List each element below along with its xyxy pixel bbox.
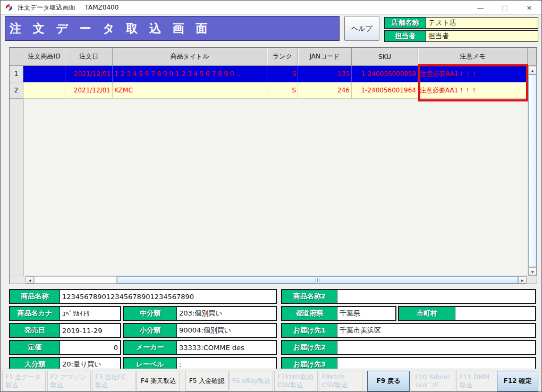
maker-label: メーカー [124, 341, 177, 354]
col-header-memo[interactable]: 注意メモ [418, 48, 528, 66]
order-grid: 注文商品ID 注文日 商品タイトル ランク JANコード SKU 注意メモ 1 … [9, 47, 537, 284]
f4-rakuten-import-button[interactable]: F4 楽天取込 [137, 371, 180, 391]
product-name-field-row: 商品名称 123456789012345678901234567890 [9, 289, 277, 304]
grid-corner-cell [10, 48, 23, 66]
small-class-label: 小分類 [124, 324, 177, 337]
address2-value[interactable] [337, 341, 535, 354]
f3-own-ec-import-button: F3 自社EC 取込 [92, 371, 136, 391]
button-label: CSV取込 [277, 381, 303, 389]
store-name-label: 店舗名称 [385, 18, 426, 28]
order-data-import-window: { "window": { "title": "注文データ取込画面", "cod… [0, 0, 542, 392]
col-header-rank[interactable]: ランク [267, 48, 298, 66]
small-class-field-row: 小分類 90004:個別買い [123, 323, 277, 338]
horizontal-scrollbar-thumb[interactable] [117, 276, 518, 284]
product-kana-field-row: 商品名カナ ｺﾍﾞﾂｶｲﾄﾘ [9, 306, 121, 321]
product-name2-value[interactable] [337, 290, 535, 303]
button-label: F8ﾔﾌｵｸ! [322, 373, 345, 381]
address1-field-row: お届け先1 千葉市美浜区 [281, 323, 536, 338]
product-kana-value[interactable]: ｺﾍﾞﾂｶｲﾄﾘ [60, 307, 120, 320]
product-kana-label: 商品名カナ [10, 307, 60, 320]
f6-ebay-import-button: F6 eBay取込 [230, 371, 273, 391]
cell-sku[interactable]: 1-240056000858 [352, 66, 418, 82]
grid-header-row: 注文商品ID 注文日 商品タイトル ランク JANコード SKU 注意メモ [10, 48, 537, 66]
col-header-order-id[interactable]: 注文商品ID [23, 48, 65, 66]
f10-yahoo-shopping-button: F10 Yahoo! ｼｮｯﾋﾟﾝｸﾞ [412, 371, 454, 391]
button-label: F2 アマゾン [50, 373, 86, 381]
cell-memo[interactable]: 注意必要AA1！！！ [418, 66, 528, 82]
button-label: F5 入金確認 [189, 377, 224, 385]
row-number[interactable]: 2 [10, 82, 23, 99]
scroll-up-icon[interactable]: ▲ [528, 66, 537, 74]
release-date-value[interactable]: 2019-11-29 [60, 324, 120, 337]
help-button[interactable]: ヘルプ [344, 16, 379, 41]
row-number[interactable]: 1 [10, 66, 23, 82]
city-field-row: 市町村 [398, 306, 536, 321]
staff-field[interactable]: 担当者 [426, 31, 538, 41]
prefecture-label: 都道府県 [282, 307, 337, 320]
button-label: 取込 [95, 381, 108, 389]
city-value[interactable] [455, 307, 535, 320]
f9-back-button[interactable]: F9 戻る [367, 371, 410, 391]
cell-order-id[interactable] [23, 82, 65, 99]
vertical-scrollbar[interactable]: ▲ ▼ [528, 66, 537, 276]
prefecture-value[interactable]: 千葉県 [337, 307, 395, 320]
product-name2-field-row: 商品名称2 [281, 289, 536, 304]
list-price-field-row: 定価 0 [9, 340, 121, 355]
release-date-field-row: 発売日 2019-11-29 [9, 323, 121, 338]
maker-field-row: メーカー 33333:COMME des [123, 340, 277, 355]
table-row[interactable]: 2 2021/12/01 KZMC S 246 1-240056001964 注… [10, 82, 528, 99]
mid-class-value[interactable]: 203:個別買い [177, 307, 276, 320]
button-label: 取込 [50, 381, 63, 389]
table-row[interactable]: 1 2021/12/01 1 2 3 4 5 6 7 8 9 0 1 2 3 4… [10, 66, 528, 82]
cell-rank[interactable]: S [267, 82, 298, 99]
maker-value[interactable]: 33333:COMME des [177, 341, 276, 354]
cell-product-title[interactable]: KZMC [113, 82, 267, 99]
col-header-jan-code[interactable]: JANコード [298, 48, 352, 66]
window-title: 注文データ取込画面 [18, 3, 75, 12]
button-label: F9 戻る [376, 377, 400, 385]
f12-confirm-button[interactable]: F12 確定 [497, 371, 538, 391]
vertical-scrollbar-thumb[interactable] [528, 74, 537, 267]
scroll-right-icon[interactable]: ▶ [518, 276, 527, 284]
col-header-order-date[interactable]: 注文日 [65, 48, 113, 66]
cell-order-date[interactable]: 2021/12/01 [65, 66, 113, 82]
city-label: 市町村 [399, 307, 455, 320]
cell-jan-code[interactable]: 135 [298, 66, 352, 82]
cell-order-id[interactable] [23, 66, 65, 82]
button-label: ｼｮｯﾋﾟﾝｸﾞ [415, 381, 441, 389]
staff-row: 担当者 担当者 [384, 30, 538, 42]
button-label: F3 自社EC [95, 373, 126, 381]
scroll-down-icon[interactable]: ▼ [528, 267, 537, 276]
close-button[interactable]: × [517, 1, 541, 14]
address1-value[interactable]: 千葉市美浜区 [337, 324, 535, 337]
scroll-left-icon[interactable]: ◀ [26, 276, 34, 284]
cell-product-title[interactable]: 1 2 3 4 5 6 7 8 9 0 1 2 3 4 5 6 7 8 9 0 … [113, 66, 267, 82]
cell-order-date[interactable]: 2021/12/01 [65, 82, 113, 99]
product-name2-label: 商品名称2 [282, 290, 337, 303]
function-key-bar: F1 全データ 取込 F2 アマゾン 取込 F3 自社EC 取込 F4 楽天取込… [1, 369, 542, 392]
cell-sku[interactable]: 1-240056001964 [352, 82, 418, 99]
small-class-value[interactable]: 90004:個別買い [177, 324, 276, 337]
store-name-field[interactable]: テスト店 [426, 18, 538, 28]
button-label: 取込 [5, 381, 18, 389]
maximize-button: □ [493, 1, 517, 14]
button-label: F4 楽天取込 [141, 377, 176, 385]
minimize-button[interactable]: — [468, 1, 493, 14]
staff-label: 担当者 [385, 31, 426, 41]
col-header-product-title[interactable]: 商品タイトル [113, 48, 267, 66]
product-name-value[interactable]: 123456789012345678901234567890 [60, 290, 276, 303]
page-title: 注 文 デ ー タ 取 込 画 面 [5, 16, 340, 41]
address1-label: お届け先1 [282, 324, 337, 337]
prefecture-field-row: 都道府県 千葉県 [281, 306, 396, 321]
button-label: F12 確定 [503, 377, 531, 385]
mid-class-label: 中分類 [124, 307, 177, 320]
col-header-sku[interactable]: SKU [352, 48, 418, 66]
cell-jan-code[interactable]: 246 [298, 82, 352, 99]
cell-memo[interactable]: 注意必要AA1！！！ [418, 82, 528, 99]
cell-rank[interactable]: S [267, 66, 298, 82]
button-label: CSV取込 [322, 381, 348, 389]
horizontal-scrollbar-track[interactable] [34, 276, 117, 284]
f5-payment-confirm-button[interactable]: F5 入金確認 [185, 371, 228, 391]
list-price-value[interactable]: 0 [60, 341, 120, 354]
horizontal-scrollbar[interactable]: ◀ ▶ [10, 276, 537, 284]
